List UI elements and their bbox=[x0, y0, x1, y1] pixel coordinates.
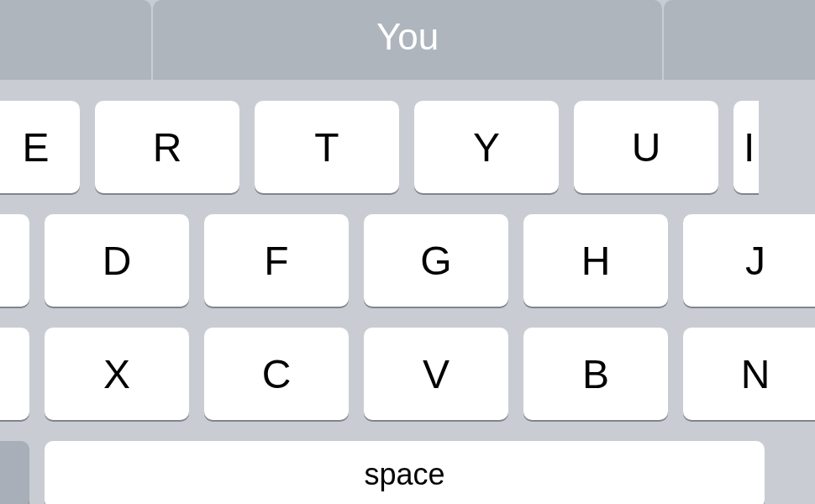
key-I[interactable]: I bbox=[734, 101, 759, 193]
key-Y[interactable]: Y bbox=[414, 101, 559, 193]
modifier-key[interactable] bbox=[0, 441, 29, 504]
key-F[interactable]: F bbox=[204, 214, 349, 307]
suggestion-bar: You bbox=[0, 0, 815, 80]
suggestion-right[interactable] bbox=[664, 0, 815, 80]
key-H[interactable]: H bbox=[523, 214, 668, 307]
key-B[interactable]: B bbox=[523, 328, 668, 420]
key-space[interactable]: space bbox=[45, 441, 765, 504]
key-X[interactable]: X bbox=[45, 328, 189, 420]
key-C[interactable]: C bbox=[204, 328, 349, 420]
key-partial-left-row2[interactable] bbox=[0, 214, 29, 307]
key-G[interactable]: G bbox=[364, 214, 508, 307]
key-N[interactable]: N bbox=[683, 328, 815, 420]
key-partial-left-row3[interactable] bbox=[0, 328, 29, 420]
keyboard-row-2: D F G H J bbox=[0, 214, 815, 307]
suggestion-left[interactable] bbox=[0, 0, 151, 80]
keyboard-row-4: space bbox=[0, 441, 815, 504]
key-R[interactable]: R bbox=[95, 101, 239, 193]
keyboard-row-1: E R T Y U I bbox=[0, 101, 815, 193]
key-J[interactable]: J bbox=[683, 214, 815, 307]
key-T[interactable]: T bbox=[255, 101, 399, 193]
key-E[interactable]: E bbox=[0, 101, 80, 193]
key-V[interactable]: V bbox=[364, 328, 508, 420]
keyboard-row-3: X C V B N bbox=[0, 328, 815, 420]
key-U[interactable]: U bbox=[574, 101, 718, 193]
suggestion-center[interactable]: You bbox=[153, 0, 662, 80]
key-D[interactable]: D bbox=[45, 214, 189, 307]
